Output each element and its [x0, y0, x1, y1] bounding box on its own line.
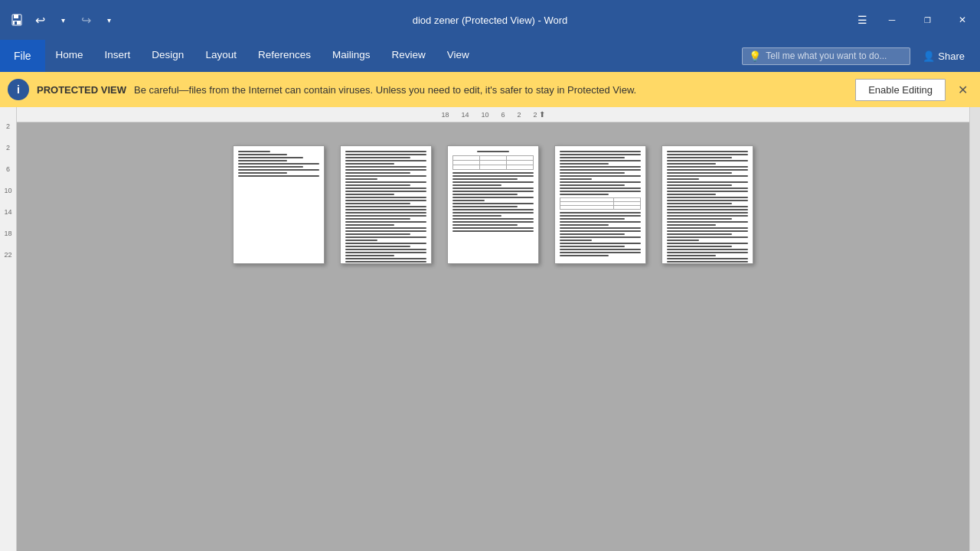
- ruler-num-14: 14: [4, 208, 11, 216]
- ruler-18: 18: [441, 111, 449, 119]
- page-4: [554, 145, 646, 264]
- vertical-scrollbar[interactable]: [969, 107, 980, 551]
- tab-layout[interactable]: Layout: [194, 40, 247, 72]
- ribbon-right: 💡 Tell me what you want to do... 👤 Share: [742, 40, 980, 72]
- window-title: diod zener (Protected View) - Word: [413, 15, 568, 26]
- undo-dropdown-button[interactable]: ▾: [52, 9, 74, 31]
- tab-insert[interactable]: Insert: [94, 40, 142, 72]
- page-3-content: [448, 146, 538, 238]
- tab-mailings[interactable]: Mailings: [322, 40, 381, 72]
- app-window: ↩ ▾ ↪ ▾ diod zener (Protected View) - Wo…: [0, 0, 980, 551]
- title-bar: ↩ ▾ ↪ ▾ diod zener (Protected View) - Wo…: [0, 0, 980, 40]
- page-3: [447, 145, 539, 264]
- ruler-14: 14: [461, 111, 469, 119]
- ruler-num-10: 10: [4, 187, 11, 194]
- ruler-num-2b: 2: [6, 144, 10, 152]
- tab-home[interactable]: Home: [45, 40, 94, 72]
- enable-editing-button[interactable]: Enable Editing: [855, 79, 946, 101]
- save-button[interactable]: [6, 9, 28, 31]
- ruler-cursor: 2 ⬆: [534, 110, 545, 119]
- ruler-2: 2: [518, 111, 521, 119]
- protected-view-bar: i PROTECTED VIEW Be careful—files from t…: [0, 72, 980, 107]
- left-ruler: 2 2 6 10 14 18 22: [0, 107, 17, 551]
- tab-view[interactable]: View: [436, 40, 480, 72]
- protected-view-message: Be careful—files from the Internet can c…: [134, 84, 848, 96]
- close-button[interactable]: ✕: [945, 8, 980, 32]
- ruler-num-2a: 2: [6, 122, 10, 130]
- share-label: Share: [938, 51, 965, 62]
- minimize-button[interactable]: ─: [874, 8, 910, 32]
- svg-rect-1: [14, 15, 18, 18]
- window-controls: ☰ ─ ❐ ✕: [850, 8, 980, 32]
- page-1-content: [234, 146, 324, 184]
- options-icon[interactable]: ☰: [850, 8, 874, 32]
- title-bar-left: ↩ ▾ ↪ ▾: [0, 9, 119, 31]
- tab-file[interactable]: File: [0, 40, 45, 72]
- page-2-content: [341, 146, 431, 264]
- ruler-num-18: 18: [4, 230, 11, 237]
- page-5: [662, 145, 753, 264]
- title-text: diod zener (Protected View) - Word: [413, 15, 568, 26]
- qat-dropdown-button[interactable]: ▾: [98, 9, 119, 31]
- ribbon-tabs: Home Insert Design Layout References Mai…: [45, 40, 743, 72]
- ruler-num-6: 6: [6, 165, 10, 173]
- protected-view-label: PROTECTED VIEW: [37, 84, 126, 96]
- pages-container: [202, 122, 784, 287]
- ruler-num-22: 22: [4, 251, 11, 259]
- tab-design[interactable]: Design: [141, 40, 194, 72]
- ruler-6: 6: [501, 111, 505, 119]
- main-area: 2 2 6 10 14 18 22 18 14 10 6 2 2 ⬆: [0, 107, 980, 551]
- ruler-10: 10: [481, 111, 488, 119]
- redo-button[interactable]: ↪: [75, 9, 96, 31]
- page-2: [340, 145, 432, 264]
- top-ruler: 18 14 10 6 2 2 ⬆: [17, 107, 969, 122]
- tell-me-search[interactable]: 💡 Tell me what you want to do...: [742, 47, 910, 65]
- restore-button[interactable]: ❐: [910, 8, 945, 32]
- search-lightbulb-icon: 💡: [749, 51, 761, 62]
- ribbon: File Home Insert Design Layout Reference…: [0, 40, 980, 72]
- page-1: [233, 145, 325, 264]
- file-tab-label: File: [14, 50, 31, 62]
- search-placeholder: Tell me what you want to do...: [766, 51, 887, 61]
- tab-references[interactable]: References: [247, 40, 322, 72]
- share-icon: 👤: [923, 51, 935, 62]
- undo-button[interactable]: ↩: [29, 9, 51, 31]
- tab-review[interactable]: Review: [381, 40, 436, 72]
- close-bar-button[interactable]: ✕: [953, 80, 972, 100]
- svg-rect-3: [15, 21, 17, 24]
- document-area: 18 14 10 6 2 2 ⬆: [17, 107, 969, 551]
- page-4-content: [555, 146, 645, 262]
- page-5-content: [662, 146, 753, 264]
- protected-info-icon: i: [8, 79, 29, 100]
- share-button[interactable]: 👤 Share: [916, 47, 971, 65]
